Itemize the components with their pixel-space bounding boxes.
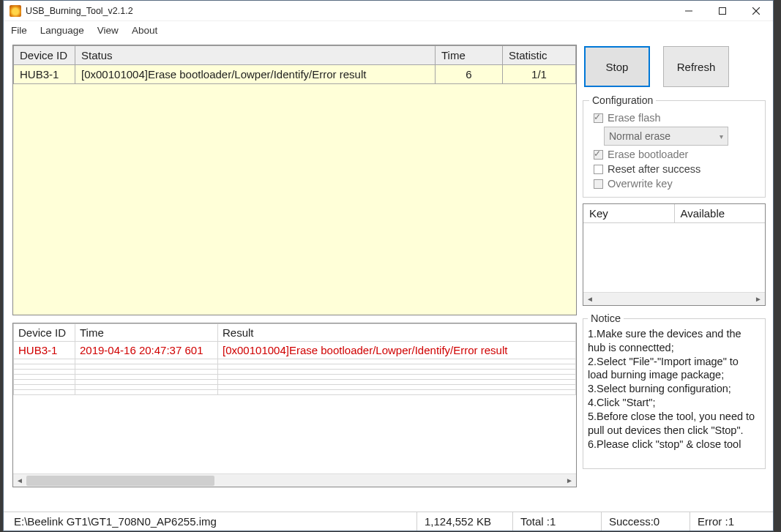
log-col-device[interactable]: Device ID [14,324,75,342]
status-size: 1,124,552 KB [417,514,512,529]
erase-bootloader-label: Erase bootloader [608,149,688,160]
log-col-time[interactable]: Time [75,324,218,342]
scroll-thumb[interactable] [26,476,214,486]
scroll-right-icon[interactable]: ► [752,293,765,305]
notice-line: 3.Select burning configuration; [588,382,761,396]
overwrite-key-checkbox[interactable] [594,179,603,189]
menu-file[interactable]: File [11,25,27,36]
notice-title: Notice [588,312,624,326]
close-button[interactable] [739,1,773,21]
scroll-left-icon[interactable]: ◄ [583,293,597,305]
device-id-cell: HUB3-1 [14,65,75,84]
notice-line: 4.Click "Start"; [588,396,761,410]
menu-language[interactable]: Language [40,25,84,36]
app-icon [10,5,21,17]
log-row[interactable]: HUB3-1 2019-04-16 20:47:37 601 [0x001010… [14,342,576,359]
erase-bootloader-checkbox[interactable] [594,150,603,160]
scroll-left-icon[interactable]: ◄ [13,475,26,487]
menu-view[interactable]: View [97,25,119,36]
erase-flash-checkbox[interactable] [594,113,603,123]
erase-mode-select[interactable]: Normal erase ▾ [604,127,728,146]
reset-after-label: Reset after success [608,163,700,175]
dev-col-time[interactable]: Time [436,46,503,65]
title-bar: USB_Burning_Tool_v2.1.2 [4,1,773,21]
key-panel: Key Available ◄ ► [583,203,766,306]
log-table: Device ID Time Result HUB3-1 2019-04-16 … [12,323,577,487]
chevron-down-icon: ▾ [720,132,723,141]
erase-flash-label: Erase flash [608,112,661,124]
device-time-cell: 6 [436,65,503,84]
log-horizontal-scrollbar[interactable]: ◄ ► [13,473,576,487]
status-bar: E:\Beelink GT1\GT1_708N0_AP6255.img 1,12… [4,512,773,531]
configuration-title: Configuration [589,94,656,106]
notice-line: 1.Make sure the devices and the hub is c… [588,327,761,355]
log-time-cell: 2019-04-16 20:47:37 601 [75,342,218,359]
window-title: USB_Burning_Tool_v2.1.2 [26,6,133,16]
notice-group: Notice 1.Make sure the devices and the h… [583,312,766,469]
key-horizontal-scrollbar[interactable]: ◄ ► [583,292,765,305]
device-stat-cell: 1/1 [503,65,576,84]
menu-about[interactable]: About [132,25,157,36]
app-window: USB_Burning_Tool_v2.1.2 File Language Vi… [3,0,774,531]
refresh-button[interactable]: Refresh [663,46,729,87]
log-result-cell: [0x00101004]Erase bootloader/Lowper/Iden… [218,342,576,359]
stop-button[interactable]: Stop [584,46,650,87]
minimize-button[interactable] [672,1,706,21]
log-device-cell: HUB3-1 [14,342,75,359]
notice-line: 2.Select "File"-"Import image" to load b… [588,355,761,383]
status-success: Success:0 [602,514,690,529]
menu-bar: File Language View About [4,21,773,39]
erase-mode-value: Normal erase [609,130,670,142]
status-path: E:\Beelink GT1\GT1_708N0_AP6255.img [7,514,416,529]
device-status-cell: [0x00101004]Erase bootloader/Lowper/Iden… [75,65,436,84]
status-total: Total :1 [513,514,601,529]
log-col-result[interactable]: Result [218,324,576,342]
notice-line: 6.Please click "stop" & close tool [588,438,761,452]
overwrite-key-label: Overwrite key [608,178,673,190]
scroll-right-icon[interactable]: ► [563,475,576,487]
device-table: Device ID Status Time Statistic HUB3-1 [… [12,45,577,315]
svg-rect-1 [720,7,726,14]
dev-col-device[interactable]: Device ID [14,46,75,65]
maximize-button[interactable] [706,1,739,21]
key-col-available[interactable]: Available [675,204,766,222]
dev-col-stat[interactable]: Statistic [503,46,576,65]
reset-after-checkbox[interactable] [594,165,603,174]
device-row[interactable]: HUB3-1 [0x00101004]Erase bootloader/Lowp… [14,65,576,84]
key-col-key[interactable]: Key [583,204,675,222]
configuration-group: Configuration Erase flash Normal erase ▾… [583,94,766,198]
dev-col-status[interactable]: Status [75,46,436,65]
notice-line: 5.Before close the tool, you need to pul… [588,410,761,438]
status-error: Error :1 [690,514,770,529]
